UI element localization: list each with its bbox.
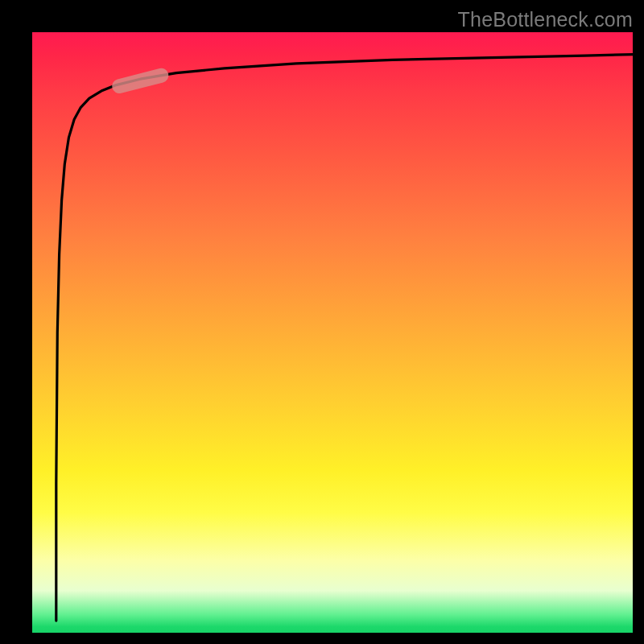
highlight-marker: [119, 76, 161, 86]
plot-area: [32, 32, 633, 633]
chart-frame: TheBottleneck.com: [0, 0, 644, 644]
chart-overlay-svg: [32, 32, 633, 633]
watermark-text: TheBottleneck.com: [458, 8, 633, 31]
curve-line: [56, 55, 633, 621]
